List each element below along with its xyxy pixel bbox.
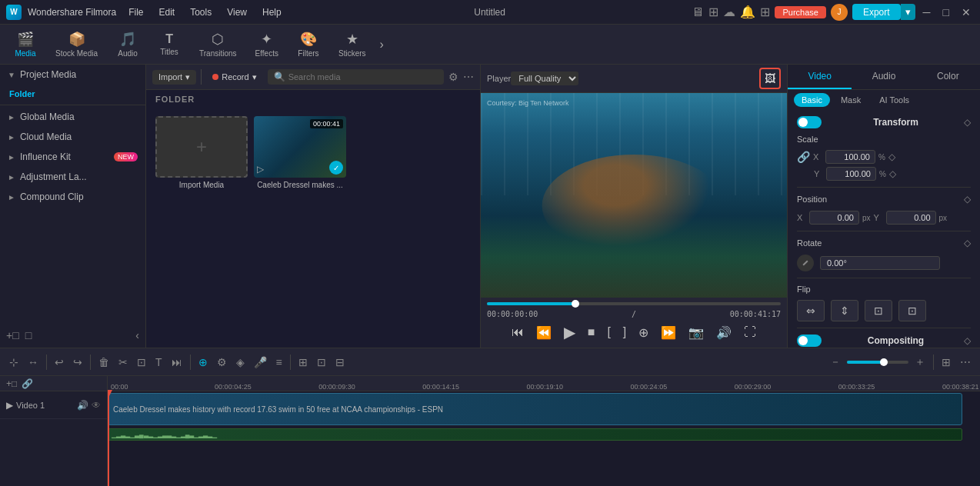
export-dropdown[interactable]: ▾ bbox=[901, 4, 915, 20]
import-media-thumb[interactable]: + bbox=[155, 116, 248, 178]
sidebar-item-influence-kit[interactable]: ► Influence Kit NEW bbox=[0, 147, 145, 167]
cut-button[interactable]: ✂ bbox=[115, 355, 131, 370]
position-x-input[interactable] bbox=[809, 211, 859, 225]
rotate-input[interactable] bbox=[820, 256, 940, 270]
track-eye-icon[interactable]: 👁 bbox=[92, 400, 101, 411]
mask-button[interactable]: ◈ bbox=[233, 355, 248, 370]
transform-keyframe-icon[interactable]: ◇ bbox=[964, 117, 971, 128]
progress-bar[interactable] bbox=[487, 302, 781, 305]
timeline-option1[interactable]: ⊞ bbox=[295, 355, 311, 370]
toolbar-filters[interactable]: 🎨 Filters bbox=[289, 28, 328, 61]
forward-button[interactable]: ⏭ bbox=[168, 355, 185, 370]
import-button[interactable]: Import ▾ bbox=[152, 70, 196, 85]
audio-track-button[interactable]: ≡ bbox=[273, 355, 285, 370]
minimize-button[interactable]: ─ bbox=[920, 6, 934, 18]
import-media-item[interactable]: + Import Media bbox=[155, 116, 248, 189]
rotate-keyframe[interactable]: ◇ bbox=[964, 238, 971, 248]
sidebar-item-project-media[interactable]: ▼ Project Media bbox=[0, 65, 145, 85]
position-y-input[interactable] bbox=[886, 211, 936, 225]
audio-button[interactable]: 🔊 bbox=[713, 324, 735, 341]
folder-icon[interactable]: □ bbox=[25, 329, 32, 341]
flip-option3-button[interactable]: ⊡ bbox=[865, 300, 892, 321]
filter-options-icon[interactable]: ⚙ bbox=[448, 71, 458, 83]
delete-button[interactable]: 🗑 bbox=[95, 355, 112, 370]
sidebar-item-folder[interactable]: Folder bbox=[0, 85, 145, 103]
menu-file[interactable]: File bbox=[122, 5, 149, 19]
scale-x-input[interactable] bbox=[825, 150, 875, 164]
play-button[interactable]: ▶ bbox=[561, 321, 578, 343]
subtab-basic[interactable]: Basic bbox=[794, 93, 830, 107]
toolbar-transitions[interactable]: ⬡ Transitions bbox=[192, 28, 245, 61]
toolbar-titles[interactable]: T Titles bbox=[150, 29, 188, 59]
menu-tools[interactable]: Tools bbox=[184, 5, 218, 19]
toolbar-audio[interactable]: 🎵 Audio bbox=[108, 28, 147, 61]
zoom-slider[interactable] bbox=[847, 361, 908, 364]
timeline-option3[interactable]: ⊟ bbox=[332, 355, 348, 370]
flip-vertical-button[interactable]: ⇕ bbox=[831, 300, 858, 321]
redo-button[interactable]: ↪ bbox=[70, 355, 85, 370]
menu-edit[interactable]: Edit bbox=[153, 5, 182, 19]
audio-clip[interactable]: ▁▂▃▂▁▃▄▃▂▁▂▃▃▂▁▂▄▃▁▂▃▂▁ bbox=[108, 428, 962, 441]
scale-y-keyframe[interactable]: ◇ bbox=[889, 168, 896, 179]
add-to-timeline-button[interactable]: ⊕ bbox=[635, 324, 652, 341]
mic-button[interactable]: 🎤 bbox=[251, 355, 270, 370]
undo-button[interactable]: ↩ bbox=[52, 355, 67, 370]
tab-audio[interactable]: Audio bbox=[852, 65, 915, 89]
search-input[interactable] bbox=[288, 72, 438, 82]
fullscreen-button[interactable]: ⛶ bbox=[741, 324, 759, 341]
track-select-button[interactable]: ↔ bbox=[25, 355, 42, 370]
out-point-button[interactable]: ] bbox=[620, 324, 629, 341]
add-track-icon[interactable]: +□ bbox=[6, 378, 17, 389]
flip-horizontal-button[interactable]: ⇔ bbox=[797, 300, 825, 321]
collapse-panel-button[interactable]: ‹ bbox=[135, 329, 139, 341]
position-keyframe[interactable]: ◇ bbox=[964, 194, 971, 205]
compositing-toggle[interactable] bbox=[797, 335, 822, 347]
menu-help[interactable]: Help bbox=[256, 5, 288, 19]
menu-view[interactable]: View bbox=[221, 5, 253, 19]
zoom-out-button[interactable]: － bbox=[827, 354, 844, 371]
track-speaker-icon[interactable]: 🔊 bbox=[77, 400, 88, 411]
crop-button[interactable]: ⊡ bbox=[134, 355, 149, 370]
more-options-icon[interactable]: ⋯ bbox=[463, 71, 474, 83]
frame-forward-button[interactable]: ⏩ bbox=[658, 324, 679, 341]
toolbar-media[interactable]: 🎬 Media bbox=[6, 28, 45, 61]
scale-x-keyframe[interactable]: ◇ bbox=[888, 151, 895, 162]
sidebar-item-compound-clip[interactable]: ► Compound Clip bbox=[0, 187, 145, 207]
mark-button[interactable]: ⊕ bbox=[195, 355, 211, 370]
stop-button[interactable]: ■ bbox=[585, 324, 598, 341]
sidebar-item-adjustment-layer[interactable]: ► Adjustment La... bbox=[0, 167, 145, 187]
toolbar-stock-media[interactable]: 📦 Stock Media bbox=[48, 28, 105, 61]
maximize-button[interactable]: □ bbox=[940, 6, 952, 18]
frame-back-button[interactable]: ⏪ bbox=[533, 324, 555, 341]
add-folder-icon[interactable]: +□ bbox=[6, 329, 19, 341]
text-button[interactable]: T bbox=[152, 355, 165, 370]
flip-option4-button[interactable]: ⊡ bbox=[898, 300, 926, 321]
sidebar-item-cloud-media[interactable]: ► Cloud Media bbox=[0, 127, 145, 147]
subtab-ai-tools[interactable]: AI Tools bbox=[872, 93, 917, 107]
tab-video[interactable]: Video bbox=[788, 65, 852, 89]
record-button[interactable]: Record ▾ bbox=[206, 70, 262, 85]
snapshot-button[interactable]: 📷 bbox=[685, 324, 707, 341]
timeline-option2[interactable]: ⊡ bbox=[314, 355, 329, 370]
sidebar-item-global-media[interactable]: ► Global Media bbox=[0, 107, 145, 127]
quality-select[interactable]: Full Quality bbox=[511, 72, 578, 85]
toolbar-more-button[interactable]: › bbox=[377, 35, 387, 55]
skip-back-button[interactable]: ⏮ bbox=[508, 324, 527, 341]
rotate-handle[interactable] bbox=[797, 255, 814, 271]
close-button[interactable]: ✕ bbox=[958, 6, 974, 18]
grid-view-button[interactable]: ⊞ bbox=[938, 355, 954, 370]
subtab-mask[interactable]: Mask bbox=[833, 93, 868, 107]
tab-color[interactable]: Color bbox=[916, 65, 980, 89]
compositing-keyframe-icon[interactable]: ◇ bbox=[964, 335, 971, 346]
timeline-clip[interactable]: Caeleb Dressel makes history with record… bbox=[108, 393, 962, 425]
toolbar-effects[interactable]: ✦ Effects bbox=[248, 28, 286, 61]
settings-button[interactable]: ⚙ bbox=[214, 355, 230, 370]
scale-y-input[interactable] bbox=[826, 167, 876, 181]
in-point-button[interactable]: [ bbox=[604, 324, 613, 341]
video-media-item[interactable]: 00:00:41 ✓ ▷ Caeleb Dressel makes ... bbox=[254, 116, 346, 189]
select-tool-button[interactable]: ⊹ bbox=[6, 355, 22, 370]
screenshot-button[interactable]: 🖼 bbox=[759, 68, 781, 89]
more-tl-button[interactable]: ⋯ bbox=[957, 355, 974, 370]
toolbar-stickers[interactable]: ★ Stickers bbox=[331, 28, 374, 61]
video-thumb[interactable]: 00:00:41 ✓ ▷ bbox=[254, 116, 346, 178]
